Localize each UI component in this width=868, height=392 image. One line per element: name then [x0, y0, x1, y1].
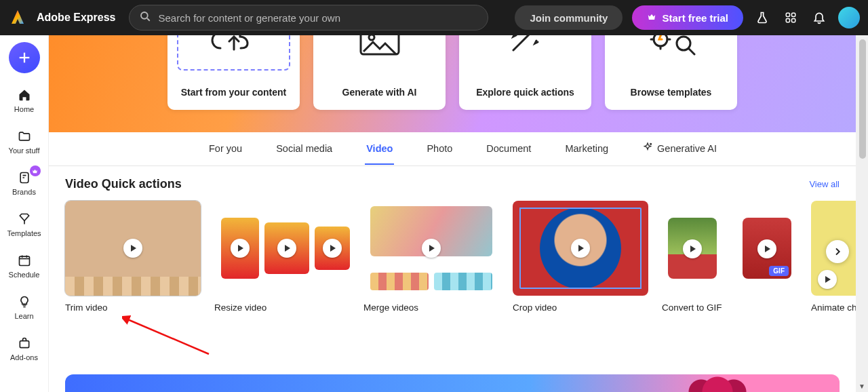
sparkle-icon — [642, 142, 653, 155]
play-icon — [323, 239, 342, 258]
card-trim-video[interactable]: Trim video — [65, 201, 201, 313]
vertical-scrollbar[interactable]: ▲ ▼ — [856, 0, 868, 392]
scroll-thumb[interactable] — [859, 39, 866, 159]
play-icon — [571, 239, 590, 258]
svg-point-0 — [141, 12, 148, 19]
gif-badge: GIF — [769, 266, 789, 276]
sidebar-item-schedule[interactable]: Schedule — [0, 247, 49, 284]
svg-point-15 — [369, 35, 374, 40]
svg-rect-3 — [792, 13, 795, 16]
card-label: Crop video — [513, 302, 648, 313]
quick-actions-row: Trim video Resize video Merge videos — [65, 201, 840, 313]
tab-marketing[interactable]: Marketing — [564, 134, 610, 165]
tab-for-you[interactable]: For you — [208, 134, 243, 165]
crown-icon — [647, 12, 656, 24]
carousel-next-button[interactable] — [826, 240, 849, 263]
video-quick-actions-section: Video Quick actions View all Trim video … — [49, 166, 856, 321]
trial-label: Start free trial — [662, 12, 728, 24]
card-thumbnail — [214, 201, 350, 296]
sidebar-label: Templates — [7, 229, 41, 237]
sidebar-item-your-stuff[interactable]: Your stuff — [0, 123, 49, 160]
tab-photo[interactable]: Photo — [425, 134, 454, 165]
sidebar-item-addons[interactable]: Add-ons — [0, 330, 49, 367]
folder-icon — [16, 128, 33, 144]
premium-badge-icon — [30, 165, 41, 176]
tab-social-media[interactable]: Social media — [275, 134, 334, 165]
card-label: Resize video — [214, 302, 350, 313]
home-icon — [16, 87, 33, 103]
sidebar-item-learn[interactable]: Learn — [0, 288, 49, 326]
svg-line-1 — [147, 18, 150, 21]
card-crop-video[interactable]: Crop video — [513, 201, 648, 313]
hero-card-browse-templates[interactable]: Browse templates — [605, 35, 737, 110]
card-thumbnail — [363, 201, 499, 296]
search-field[interactable] — [129, 5, 488, 31]
card-convert-gif[interactable]: GIF Convert to GIF — [662, 201, 797, 313]
sidebar-label: Learn — [14, 312, 33, 320]
play-icon — [422, 239, 441, 258]
hero-card-start-from-content[interactable]: Start from your content — [167, 35, 300, 110]
magic-wand-icon — [469, 35, 582, 71]
templates-icon — [16, 211, 33, 227]
play-icon — [818, 270, 837, 289]
svg-rect-5 — [792, 19, 795, 22]
browse-templates-icon — [614, 35, 728, 71]
hero-card-label: Explore quick actions — [476, 87, 574, 98]
main-content: Start from your content Generate with AI… — [49, 35, 856, 392]
card-label: Convert to GIF — [662, 302, 797, 313]
upload-icon — [177, 35, 290, 71]
card-label: Trim video — [65, 302, 201, 313]
card-merge-videos[interactable]: Merge videos — [363, 201, 499, 313]
svg-point-19 — [650, 143, 652, 144]
play-icon — [231, 239, 250, 258]
card-resize-video[interactable]: Resize video — [214, 201, 350, 313]
lightbulb-icon — [16, 294, 33, 310]
play-icon — [277, 239, 296, 258]
svg-rect-13 — [20, 341, 28, 348]
category-tabs: For you Social media Video Photo Documen… — [49, 132, 856, 166]
hero-card-label: Generate with AI — [342, 87, 417, 98]
card-thumbnail — [65, 201, 201, 296]
svg-rect-9 — [19, 256, 29, 265]
tab-video[interactable]: Video — [365, 134, 394, 165]
view-all-link[interactable]: View all — [809, 179, 840, 189]
sidebar-item-home[interactable]: Home — [0, 81, 49, 119]
sidebar-label: Add-ons — [10, 353, 38, 361]
hero-banner: Start from your content Generate with AI… — [49, 35, 856, 132]
new-button[interactable] — [9, 42, 40, 73]
addon-icon — [16, 335, 33, 351]
card-label: Merge videos — [363, 302, 499, 313]
sidebar-item-templates[interactable]: Templates — [0, 205, 49, 243]
tab-generative-ai[interactable]: Generative AI — [641, 132, 718, 165]
sidebar-label: Home — [14, 105, 34, 113]
scroll-down-icon[interactable]: ▼ — [856, 380, 868, 392]
svg-line-18 — [689, 49, 694, 54]
search-input[interactable] — [158, 12, 478, 24]
sidebar-item-brands[interactable]: Brands — [0, 164, 49, 201]
arrow-right-icon — [722, 239, 737, 257]
sidebar-label: Brands — [12, 188, 36, 196]
card-thumbnail — [513, 201, 648, 296]
card-thumbnail: GIF — [662, 201, 797, 296]
card-label: Animate characte — [811, 302, 856, 313]
sidebar-label: Your stuff — [9, 146, 40, 155]
hero-card-generate-ai[interactable]: Generate with AI — [313, 35, 446, 110]
bell-icon[interactable] — [810, 8, 829, 27]
user-avatar[interactable] — [838, 7, 860, 28]
hero-card-quick-actions[interactable]: Explore quick actions — [459, 35, 591, 110]
section-title: Video Quick actions — [65, 177, 182, 191]
adobe-express-logo-icon[interactable] — [8, 8, 27, 27]
hero-card-label: Start from your content — [181, 87, 287, 98]
tab-document[interactable]: Document — [485, 134, 532, 165]
start-free-trial-button[interactable]: Start free trial — [632, 5, 743, 30]
top-bar: Adobe Express Join community Start free … — [0, 0, 868, 35]
banner-decoration — [677, 372, 758, 392]
beaker-icon[interactable] — [753, 8, 772, 27]
join-community-button[interactable]: Join community — [515, 5, 623, 30]
calendar-icon — [16, 252, 33, 269]
play-icon — [123, 239, 142, 258]
apps-grid-icon[interactable] — [781, 8, 800, 27]
svg-rect-2 — [786, 13, 789, 16]
brand-name: Adobe Express — [37, 12, 115, 24]
promo-banner[interactable] — [65, 374, 840, 392]
